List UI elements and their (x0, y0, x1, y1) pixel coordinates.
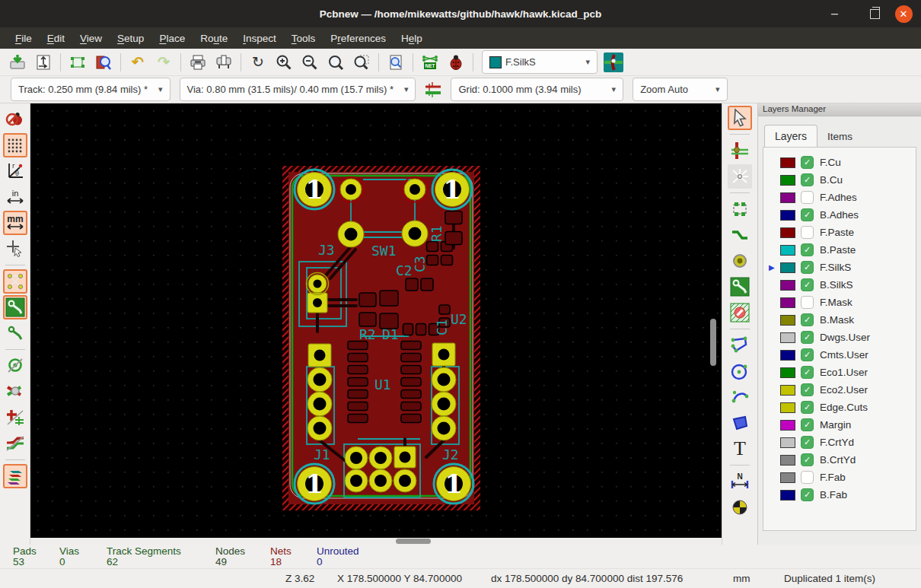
pad-sketch-button[interactable] (3, 405, 27, 430)
menu-route[interactable]: Route (193, 30, 235, 47)
highlight-net-button[interactable] (728, 138, 752, 163)
layer-row-f.adhes[interactable]: F.Adhes (763, 189, 916, 206)
layer-color-swatch[interactable] (780, 455, 795, 466)
layer-visibility-checkbox[interactable] (801, 226, 814, 239)
layer-color-swatch[interactable] (780, 297, 795, 308)
layer-visibility-checkbox[interactable]: ✓ (801, 418, 814, 431)
add-track-button[interactable] (728, 223, 752, 247)
track-sketch-button[interactable] (3, 431, 27, 456)
layer-visibility-checkbox[interactable] (801, 296, 814, 309)
draw-arc-button[interactable] (728, 385, 752, 409)
drc-button[interactable] (445, 51, 467, 74)
layer-row-f.crtyd[interactable]: ✓F.CrtYd (763, 434, 916, 451)
grid-dropdown[interactable]: Grid: 0.1000 mm (3.94 mils) ▾ (451, 78, 623, 101)
layer-visibility-checkbox[interactable]: ✓ (801, 261, 814, 274)
menu-place[interactable]: Place (151, 30, 193, 47)
layer-visibility-checkbox[interactable]: ✓ (801, 313, 814, 326)
menu-file[interactable]: File (8, 30, 40, 47)
layer-color-swatch[interactable] (780, 175, 795, 186)
layer-color-swatch[interactable] (780, 210, 795, 221)
layer-visibility-checkbox[interactable]: ✓ (801, 453, 814, 466)
horizontal-scrollbar[interactable] (396, 539, 431, 544)
layer-row-f.silks[interactable]: ▶✓F.SilkS (763, 259, 916, 276)
track-outline-button[interactable] (3, 380, 27, 404)
layer-row-b.fab[interactable]: ✓B.Fab (763, 486, 916, 504)
save-button[interactable] (6, 51, 29, 74)
layer-row-b.crtyd[interactable]: ✓B.CrtYd (763, 451, 916, 469)
layer-row-b.mask[interactable]: ✓B.Mask (763, 311, 916, 329)
add-text-button[interactable]: T (728, 437, 752, 461)
layer-row-b.adhes[interactable]: ✓B.Adhes (763, 206, 916, 224)
layer-color-swatch[interactable] (780, 350, 795, 361)
select-tool-button[interactable] (728, 106, 752, 130)
layer-row-b.silks[interactable]: ✓B.SilkS (763, 276, 916, 294)
layer-visibility-checkbox[interactable]: ✓ (801, 331, 814, 344)
layer-color-swatch[interactable] (780, 280, 795, 291)
track-width-dropdown[interactable]: Track: 0.250 mm (9.84 mils) * ▾ (11, 78, 170, 101)
layer-color-swatch[interactable] (780, 420, 795, 431)
layer-row-f.cu[interactable]: ✓F.Cu (763, 154, 916, 171)
layer-visibility-checkbox[interactable]: ✓ (801, 173, 814, 186)
print-button[interactable] (186, 51, 209, 74)
netlist-button[interactable]: NET (419, 51, 441, 74)
redo-button[interactable]: ↷ (152, 51, 175, 74)
layer-visibility-checkbox[interactable]: ✓ (801, 488, 814, 501)
layer-row-b.paste[interactable]: ✓B.Paste (763, 241, 916, 259)
layer-row-edge.cuts[interactable]: ✓Edge.Cuts (763, 399, 916, 416)
menu-view[interactable]: View (72, 30, 110, 47)
layer-visibility-checkbox[interactable]: ✓ (801, 366, 814, 379)
refresh-button[interactable]: ↻ (247, 51, 269, 74)
layer-row-eco1.user[interactable]: ✓Eco1.User (763, 364, 916, 381)
minimize-button[interactable]: – (831, 0, 851, 27)
layer-color-swatch[interactable] (780, 192, 795, 203)
layer-color-swatch[interactable] (780, 157, 795, 168)
curved-ratsnest-button[interactable] (3, 295, 27, 319)
layer-visibility-checkbox[interactable]: ✓ (801, 208, 814, 221)
layer-visibility-checkbox[interactable]: ✓ (801, 278, 814, 291)
add-via-button[interactable] (728, 249, 752, 273)
tab-items[interactable]: Items (817, 126, 862, 147)
layers-manager-toggle-button[interactable] (3, 464, 27, 488)
layer-visibility-checkbox[interactable]: ✓ (801, 243, 814, 256)
menu-help[interactable]: Help (394, 30, 430, 47)
add-footprint-button[interactable] (728, 197, 752, 221)
via-size-dropdown[interactable]: Via: 0.80 mm (31.5 mils)/ 0.40 mm (15.7 … (180, 78, 416, 101)
layer-row-f.paste[interactable]: F.Paste (763, 224, 916, 241)
draw-polygon-button[interactable] (728, 411, 752, 435)
layer-color-swatch[interactable] (780, 402, 795, 413)
layer-color-swatch[interactable] (780, 472, 795, 483)
zoom-in-button[interactable] (272, 51, 295, 74)
layer-pair-button[interactable] (604, 52, 623, 72)
draw-line-button[interactable] (728, 333, 752, 358)
auto-track-width-button[interactable] (422, 78, 445, 101)
layer-visibility-checkbox[interactable]: ✓ (801, 156, 814, 169)
menu-inspect[interactable]: Inspect (235, 30, 284, 47)
zoom-fit-button[interactable] (324, 51, 347, 74)
layer-row-margin[interactable]: ✓Margin (763, 416, 916, 434)
units-mm-button[interactable]: mm (3, 211, 27, 235)
route-tracks-button[interactable] (728, 275, 752, 299)
keepout-area-button[interactable] (728, 300, 752, 325)
layer-visibility-checkbox[interactable] (801, 471, 814, 484)
cursor-shape-button[interactable] (3, 237, 27, 261)
track-display-button[interactable] (3, 321, 27, 345)
layer-color-swatch[interactable] (780, 490, 795, 501)
layer-color-swatch[interactable] (780, 367, 795, 378)
menu-setup[interactable]: Setup (110, 30, 151, 47)
local-ratsnest-button[interactable] (728, 164, 752, 189)
grid-visibility-button[interactable] (3, 133, 27, 157)
menu-tools[interactable]: Tools (284, 30, 323, 47)
drc-off-button[interactable] (3, 107, 27, 132)
vertical-scrollbar[interactable] (710, 319, 716, 366)
layer-visibility-checkbox[interactable]: ✓ (801, 436, 814, 449)
add-dimension-button[interactable]: N (728, 469, 752, 494)
layer-color-swatch[interactable] (780, 227, 795, 238)
board-setup-button[interactable] (32, 51, 55, 74)
polar-coords-button[interactable]: r θ (3, 159, 27, 183)
layer-color-swatch[interactable] (780, 245, 795, 256)
layer-color-swatch[interactable] (780, 332, 795, 343)
maximize-button[interactable] (865, 0, 884, 27)
layer-color-swatch[interactable] (780, 262, 795, 273)
close-button[interactable]: ✕ (892, 0, 915, 27)
drill-origin-button[interactable] (728, 495, 752, 520)
